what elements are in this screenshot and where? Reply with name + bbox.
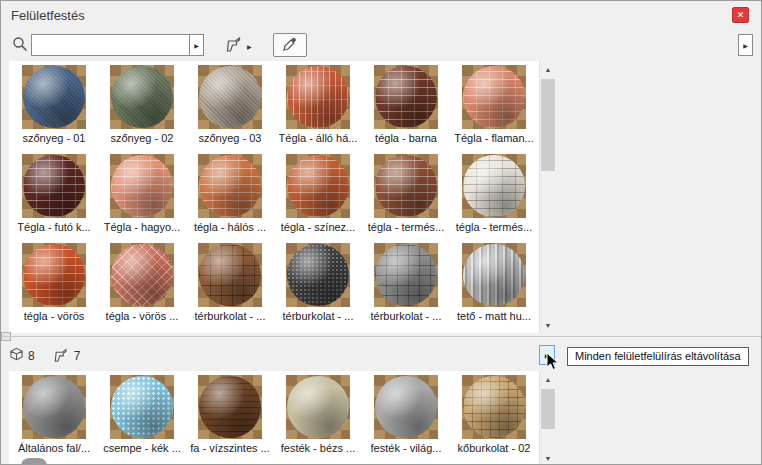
material-sphere — [375, 244, 437, 306]
material-tile[interactable]: csempe - kék ... — [98, 375, 186, 461]
material-label: kőburkolat - 02 — [458, 442, 531, 454]
window-title: Felületfestés — [11, 8, 85, 23]
chevron-right-icon: ▶ — [247, 43, 252, 50]
material-thumbnail — [462, 65, 526, 129]
material-thumbnail — [110, 154, 174, 218]
material-sphere — [199, 155, 261, 217]
material-tile[interactable]: Tégla - futó k... — [10, 154, 98, 240]
search-dropdown-button[interactable]: ▶ — [189, 34, 204, 56]
material-sphere — [23, 66, 85, 128]
material-label: tégla - vörös — [24, 310, 85, 322]
materials-count-group: 8 — [9, 347, 35, 365]
scroll-down-button[interactable]: ▼ — [540, 317, 556, 333]
material-sphere — [199, 244, 261, 306]
material-sphere — [375, 66, 437, 128]
material-label: fa - vízszintes ... — [190, 442, 269, 454]
material-sphere — [111, 66, 173, 128]
material-thumbnail — [198, 65, 262, 129]
material-label: Tégla - flaman... — [454, 132, 533, 144]
material-tile[interactable]: tégla - termés... — [450, 154, 538, 240]
section-splitter[interactable] — [1, 336, 761, 337]
material-sphere — [287, 66, 349, 128]
material-sphere — [111, 244, 173, 306]
material-tile[interactable]: festék - világ... — [362, 375, 450, 461]
remove-overrides-tooltip[interactable]: Minden felületfelülírás eltávolítása — [567, 347, 749, 366]
paint-tool-button[interactable]: ▶ — [225, 35, 252, 57]
material-thumbnail — [462, 375, 526, 439]
material-tile[interactable]: térburkolat - ... — [362, 243, 450, 329]
material-sphere — [375, 155, 437, 217]
scrollbar-track[interactable] — [540, 387, 556, 450]
material-label: szőnyeg - 01 — [23, 132, 86, 144]
material-tile[interactable]: Tégla - flaman... — [450, 65, 538, 151]
material-label: Tégla - álló há... — [279, 132, 358, 144]
material-tile[interactable]: szőnyeg - 01 — [10, 65, 98, 151]
search-icon — [12, 36, 28, 56]
material-tile[interactable]: tégla - vörös ... — [98, 243, 186, 329]
material-thumbnail — [110, 65, 174, 129]
material-sphere — [463, 244, 525, 306]
material-sphere — [375, 376, 437, 438]
material-thumbnail — [110, 243, 174, 307]
material-thumbnail — [286, 375, 350, 439]
material-sphere — [463, 155, 525, 217]
material-tile[interactable]: tégla - színez... — [274, 154, 362, 240]
material-thumbnail — [110, 375, 174, 439]
expand-panel-button[interactable]: ▶ — [738, 34, 753, 56]
material-thumbnail — [22, 65, 86, 129]
spray-gun-icon — [225, 35, 244, 57]
eyedropper-button[interactable] — [273, 33, 307, 57]
material-tile[interactable]: festék - bézs ... — [274, 375, 362, 461]
material-sphere — [463, 376, 525, 438]
material-label: tető - matt hu... — [457, 310, 531, 322]
material-label: festék - világ... — [371, 442, 442, 454]
search-field-group: ▶ — [31, 34, 204, 56]
material-sphere — [287, 155, 349, 217]
material-tile[interactable]: kőburkolat - 02 — [450, 375, 538, 461]
material-tile[interactable]: szőnyeg - 02 — [98, 65, 186, 151]
material-sphere — [463, 66, 525, 128]
scrollbar-thumb[interactable] — [541, 79, 555, 171]
spray-gun-icon — [53, 347, 70, 366]
material-list-bottom: Általános fal/... csempe - kék ... fa - … — [9, 371, 539, 465]
material-grid-top: szőnyeg - 01 szőnyeg - 02 szőnyeg - 03 T… — [9, 61, 539, 329]
material-sphere — [23, 155, 85, 217]
scroll-up-button[interactable]: ▲ — [540, 61, 556, 77]
material-label: tégla - termés... — [456, 221, 532, 233]
material-tile[interactable]: Tégla - álló há... — [274, 65, 362, 151]
close-button[interactable]: ✕ — [732, 7, 749, 23]
material-sphere — [111, 155, 173, 217]
material-list-top: szőnyeg - 01 szőnyeg - 02 szőnyeg - 03 T… — [9, 61, 539, 333]
material-tile[interactable]: tégla - barna — [362, 65, 450, 151]
material-tile[interactable]: tégla - termés... — [362, 154, 450, 240]
material-label: tégla - barna — [375, 132, 437, 144]
overrides-count: 7 — [74, 349, 81, 363]
eyedropper-icon — [282, 36, 298, 55]
scrollbar-thumb[interactable] — [541, 389, 555, 429]
material-tile[interactable]: fa - vízszintes ... — [186, 375, 274, 461]
material-tile[interactable]: tégla - vörös — [10, 243, 98, 329]
scrollbar-bottom[interactable]: ▲ ▼ — [539, 371, 556, 465]
scrollbar-track[interactable] — [540, 77, 556, 317]
material-thumbnail — [198, 154, 262, 218]
material-tile[interactable]: térburkolat - ... — [274, 243, 362, 329]
material-tile[interactable]: szőnyeg - 03 — [186, 65, 274, 151]
search-input[interactable] — [31, 34, 189, 56]
material-label: szőnyeg - 02 — [111, 132, 174, 144]
material-tile[interactable]: térburkolat - ... — [186, 243, 274, 329]
material-label: tégla - hálós ... — [194, 221, 266, 233]
material-tile[interactable]: Tégla - hagyo... — [98, 154, 186, 240]
material-tile[interactable]: Általános fal/... — [10, 375, 98, 461]
material-thumbnail — [374, 154, 438, 218]
material-label: tégla - vörös ... — [106, 310, 179, 322]
scrollbar-top[interactable]: ▲ ▼ — [539, 61, 556, 333]
materials-count: 8 — [28, 349, 35, 363]
material-tile[interactable]: tégla - hálós ... — [186, 154, 274, 240]
material-thumbnail — [22, 375, 86, 439]
toolbar: ▶ ▶ ▶ — [1, 31, 761, 59]
material-label: tégla - termés... — [368, 221, 444, 233]
material-label: Tégla - hagyo... — [104, 221, 180, 233]
scroll-down-button[interactable]: ▼ — [540, 450, 556, 465]
material-tile[interactable]: tető - matt hu... — [450, 243, 538, 329]
mouse-cursor-icon — [546, 352, 559, 375]
